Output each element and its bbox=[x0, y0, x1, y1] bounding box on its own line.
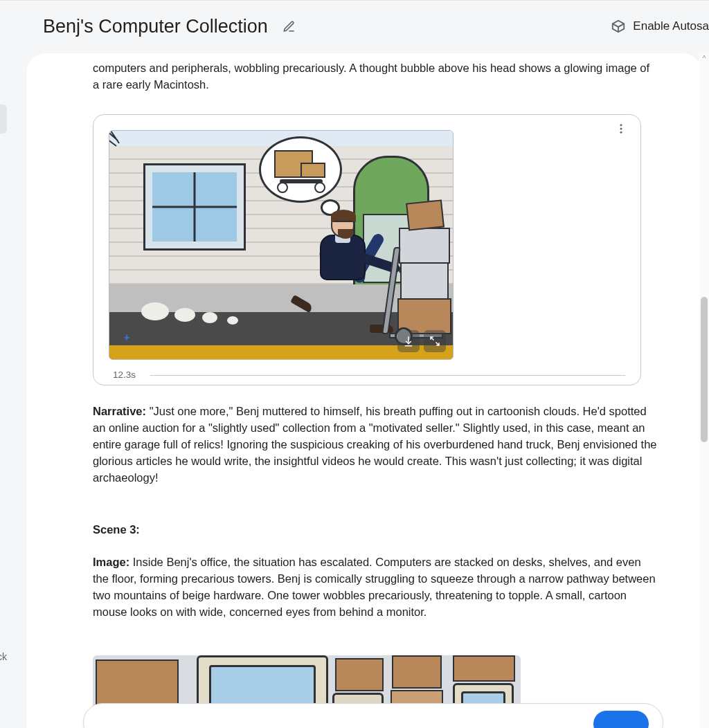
prompt-input-bar[interactable] bbox=[83, 703, 663, 728]
download-icon bbox=[402, 335, 415, 347]
scroll-up-button[interactable]: ^ bbox=[699, 53, 709, 63]
expand-icon bbox=[429, 335, 441, 347]
autosave-icon bbox=[611, 19, 626, 34]
send-button[interactable] bbox=[593, 711, 649, 728]
generation-timing: 12.3s bbox=[109, 370, 141, 380]
generated-image-card: 12.3s bbox=[93, 114, 641, 385]
scrollbar-thumb[interactable] bbox=[701, 297, 708, 442]
scene2-illustration bbox=[109, 130, 454, 360]
left-rail-fragment: ck bbox=[0, 651, 7, 662]
left-rail-collapsed[interactable] bbox=[0, 104, 7, 134]
timing-divider bbox=[150, 375, 625, 376]
image-label: Image: bbox=[93, 556, 129, 568]
download-image-button[interactable] bbox=[397, 330, 420, 352]
intro-fragment: computers and peripherals, wobbling prec… bbox=[93, 60, 658, 93]
image-description-paragraph: Image: Inside Benj's office, the situati… bbox=[93, 554, 658, 621]
narrative-label: Narrative: bbox=[93, 405, 146, 417]
edit-title-button[interactable] bbox=[278, 15, 301, 38]
page-title: Benj's Computer Collection bbox=[43, 16, 268, 37]
enable-autosave-button[interactable]: Enable Autosa bbox=[611, 19, 709, 34]
sparkle-icon bbox=[120, 333, 133, 348]
narrative-text: "Just one more," Benj muttered to himsel… bbox=[93, 405, 657, 484]
title-bar: Benj's Computer Collection Enable Autosa bbox=[0, 1, 709, 51]
image-card-menu-button[interactable] bbox=[611, 119, 631, 138]
kebab-menu-icon bbox=[615, 122, 627, 135]
svg-point-2 bbox=[620, 131, 622, 134]
autosave-label: Enable Autosa bbox=[633, 19, 709, 33]
pencil-icon bbox=[282, 20, 296, 33]
document-card: computers and peripherals, wobbling prec… bbox=[26, 53, 702, 728]
vertical-scrollbar[interactable]: ^ bbox=[699, 53, 709, 728]
svg-point-1 bbox=[620, 127, 622, 129]
image-description-text: Inside Benj's office, the situation has … bbox=[93, 556, 656, 618]
svg-point-0 bbox=[620, 124, 622, 126]
scene3-heading: Scene 3: bbox=[93, 523, 658, 536]
expand-image-button[interactable] bbox=[424, 330, 446, 352]
narrative-paragraph: Narrative: "Just one more," Benj muttere… bbox=[93, 403, 658, 486]
